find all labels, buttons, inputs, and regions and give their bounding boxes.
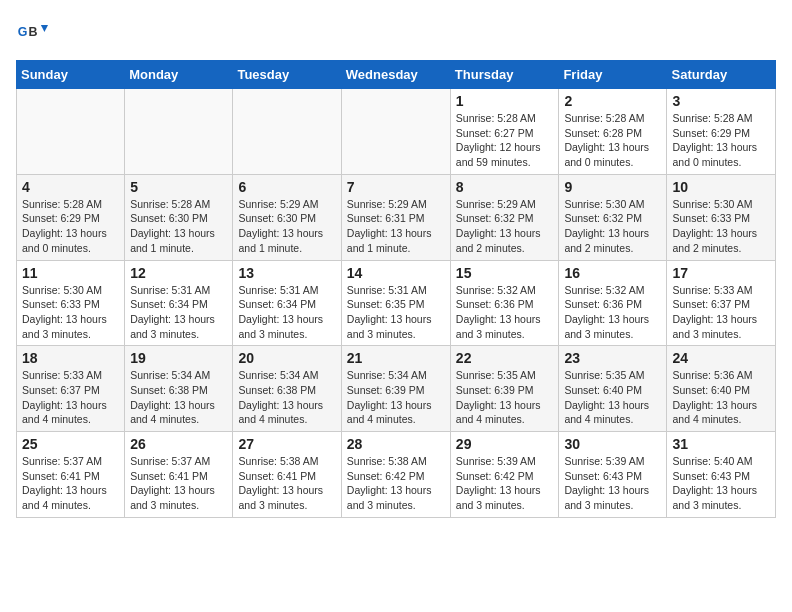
calendar-cell: 30 Sunrise: 5:39 AMSunset: 6:43 PMDaylig… — [559, 432, 667, 518]
calendar-cell: 23 Sunrise: 5:35 AMSunset: 6:40 PMDaylig… — [559, 346, 667, 432]
calendar-cell: 13 Sunrise: 5:31 AMSunset: 6:34 PMDaylig… — [233, 260, 341, 346]
day-info: Sunrise: 5:33 AMSunset: 6:37 PMDaylight:… — [22, 369, 107, 425]
calendar-cell: 16 Sunrise: 5:32 AMSunset: 6:36 PMDaylig… — [559, 260, 667, 346]
day-number: 7 — [347, 179, 445, 195]
page-header: G B — [16, 16, 776, 48]
calendar-cell: 7 Sunrise: 5:29 AMSunset: 6:31 PMDayligh… — [341, 174, 450, 260]
day-number: 18 — [22, 350, 119, 366]
calendar-cell: 15 Sunrise: 5:32 AMSunset: 6:36 PMDaylig… — [450, 260, 559, 346]
calendar-cell: 18 Sunrise: 5:33 AMSunset: 6:37 PMDaylig… — [17, 346, 125, 432]
calendar-cell: 2 Sunrise: 5:28 AMSunset: 6:28 PMDayligh… — [559, 89, 667, 175]
day-info: Sunrise: 5:29 AMSunset: 6:30 PMDaylight:… — [238, 198, 323, 254]
calendar-cell: 26 Sunrise: 5:37 AMSunset: 6:41 PMDaylig… — [125, 432, 233, 518]
calendar-cell: 17 Sunrise: 5:33 AMSunset: 6:37 PMDaylig… — [667, 260, 776, 346]
day-number: 8 — [456, 179, 554, 195]
weekday-header-tuesday: Tuesday — [233, 61, 341, 89]
calendar-cell — [17, 89, 125, 175]
svg-marker-2 — [41, 25, 48, 32]
day-info: Sunrise: 5:28 AMSunset: 6:27 PMDaylight:… — [456, 112, 541, 168]
svg-text:B: B — [28, 25, 37, 39]
day-number: 9 — [564, 179, 661, 195]
day-info: Sunrise: 5:31 AMSunset: 6:34 PMDaylight:… — [130, 284, 215, 340]
day-info: Sunrise: 5:30 AMSunset: 6:33 PMDaylight:… — [22, 284, 107, 340]
day-info: Sunrise: 5:40 AMSunset: 6:43 PMDaylight:… — [672, 455, 757, 511]
calendar-cell — [233, 89, 341, 175]
day-number: 16 — [564, 265, 661, 281]
calendar-cell: 11 Sunrise: 5:30 AMSunset: 6:33 PMDaylig… — [17, 260, 125, 346]
calendar-cell: 1 Sunrise: 5:28 AMSunset: 6:27 PMDayligh… — [450, 89, 559, 175]
day-info: Sunrise: 5:35 AMSunset: 6:39 PMDaylight:… — [456, 369, 541, 425]
svg-text:G: G — [18, 25, 28, 39]
day-number: 20 — [238, 350, 335, 366]
day-info: Sunrise: 5:36 AMSunset: 6:40 PMDaylight:… — [672, 369, 757, 425]
calendar-week-1: 1 Sunrise: 5:28 AMSunset: 6:27 PMDayligh… — [17, 89, 776, 175]
day-number: 31 — [672, 436, 770, 452]
day-info: Sunrise: 5:37 AMSunset: 6:41 PMDaylight:… — [22, 455, 107, 511]
day-number: 4 — [22, 179, 119, 195]
calendar-week-2: 4 Sunrise: 5:28 AMSunset: 6:29 PMDayligh… — [17, 174, 776, 260]
day-info: Sunrise: 5:31 AMSunset: 6:34 PMDaylight:… — [238, 284, 323, 340]
calendar-cell: 8 Sunrise: 5:29 AMSunset: 6:32 PMDayligh… — [450, 174, 559, 260]
day-number: 24 — [672, 350, 770, 366]
day-info: Sunrise: 5:34 AMSunset: 6:38 PMDaylight:… — [238, 369, 323, 425]
day-number: 13 — [238, 265, 335, 281]
calendar-cell: 24 Sunrise: 5:36 AMSunset: 6:40 PMDaylig… — [667, 346, 776, 432]
day-info: Sunrise: 5:28 AMSunset: 6:30 PMDaylight:… — [130, 198, 215, 254]
weekday-header-wednesday: Wednesday — [341, 61, 450, 89]
calendar-table: SundayMondayTuesdayWednesdayThursdayFrid… — [16, 60, 776, 518]
day-info: Sunrise: 5:28 AMSunset: 6:28 PMDaylight:… — [564, 112, 649, 168]
weekday-header-monday: Monday — [125, 61, 233, 89]
calendar-week-5: 25 Sunrise: 5:37 AMSunset: 6:41 PMDaylig… — [17, 432, 776, 518]
calendar-header: SundayMondayTuesdayWednesdayThursdayFrid… — [17, 61, 776, 89]
calendar-cell — [125, 89, 233, 175]
calendar-cell: 22 Sunrise: 5:35 AMSunset: 6:39 PMDaylig… — [450, 346, 559, 432]
day-number: 3 — [672, 93, 770, 109]
day-number: 6 — [238, 179, 335, 195]
weekday-header-sunday: Sunday — [17, 61, 125, 89]
day-number: 1 — [456, 93, 554, 109]
day-number: 26 — [130, 436, 227, 452]
calendar-week-3: 11 Sunrise: 5:30 AMSunset: 6:33 PMDaylig… — [17, 260, 776, 346]
day-number: 15 — [456, 265, 554, 281]
day-info: Sunrise: 5:32 AMSunset: 6:36 PMDaylight:… — [564, 284, 649, 340]
calendar-cell: 6 Sunrise: 5:29 AMSunset: 6:30 PMDayligh… — [233, 174, 341, 260]
day-number: 27 — [238, 436, 335, 452]
day-info: Sunrise: 5:28 AMSunset: 6:29 PMDaylight:… — [22, 198, 107, 254]
day-info: Sunrise: 5:39 AMSunset: 6:43 PMDaylight:… — [564, 455, 649, 511]
day-info: Sunrise: 5:29 AMSunset: 6:32 PMDaylight:… — [456, 198, 541, 254]
day-info: Sunrise: 5:37 AMSunset: 6:41 PMDaylight:… — [130, 455, 215, 511]
calendar-cell: 27 Sunrise: 5:38 AMSunset: 6:41 PMDaylig… — [233, 432, 341, 518]
logo-icon: G B — [16, 16, 48, 48]
day-number: 2 — [564, 93, 661, 109]
calendar-cell: 25 Sunrise: 5:37 AMSunset: 6:41 PMDaylig… — [17, 432, 125, 518]
day-info: Sunrise: 5:30 AMSunset: 6:32 PMDaylight:… — [564, 198, 649, 254]
calendar-cell: 12 Sunrise: 5:31 AMSunset: 6:34 PMDaylig… — [125, 260, 233, 346]
day-number: 25 — [22, 436, 119, 452]
calendar-cell: 4 Sunrise: 5:28 AMSunset: 6:29 PMDayligh… — [17, 174, 125, 260]
day-info: Sunrise: 5:39 AMSunset: 6:42 PMDaylight:… — [456, 455, 541, 511]
calendar-cell: 5 Sunrise: 5:28 AMSunset: 6:30 PMDayligh… — [125, 174, 233, 260]
weekday-header-friday: Friday — [559, 61, 667, 89]
day-number: 30 — [564, 436, 661, 452]
calendar-cell: 9 Sunrise: 5:30 AMSunset: 6:32 PMDayligh… — [559, 174, 667, 260]
calendar-cell: 28 Sunrise: 5:38 AMSunset: 6:42 PMDaylig… — [341, 432, 450, 518]
calendar-cell: 20 Sunrise: 5:34 AMSunset: 6:38 PMDaylig… — [233, 346, 341, 432]
day-number: 17 — [672, 265, 770, 281]
day-number: 28 — [347, 436, 445, 452]
day-number: 23 — [564, 350, 661, 366]
day-number: 11 — [22, 265, 119, 281]
calendar-cell: 29 Sunrise: 5:39 AMSunset: 6:42 PMDaylig… — [450, 432, 559, 518]
calendar-cell: 14 Sunrise: 5:31 AMSunset: 6:35 PMDaylig… — [341, 260, 450, 346]
calendar-cell: 19 Sunrise: 5:34 AMSunset: 6:38 PMDaylig… — [125, 346, 233, 432]
day-number: 14 — [347, 265, 445, 281]
day-info: Sunrise: 5:29 AMSunset: 6:31 PMDaylight:… — [347, 198, 432, 254]
day-number: 5 — [130, 179, 227, 195]
day-number: 29 — [456, 436, 554, 452]
day-number: 10 — [672, 179, 770, 195]
calendar-cell: 10 Sunrise: 5:30 AMSunset: 6:33 PMDaylig… — [667, 174, 776, 260]
day-info: Sunrise: 5:32 AMSunset: 6:36 PMDaylight:… — [456, 284, 541, 340]
day-number: 21 — [347, 350, 445, 366]
calendar-cell: 3 Sunrise: 5:28 AMSunset: 6:29 PMDayligh… — [667, 89, 776, 175]
weekday-header-thursday: Thursday — [450, 61, 559, 89]
calendar-cell — [341, 89, 450, 175]
